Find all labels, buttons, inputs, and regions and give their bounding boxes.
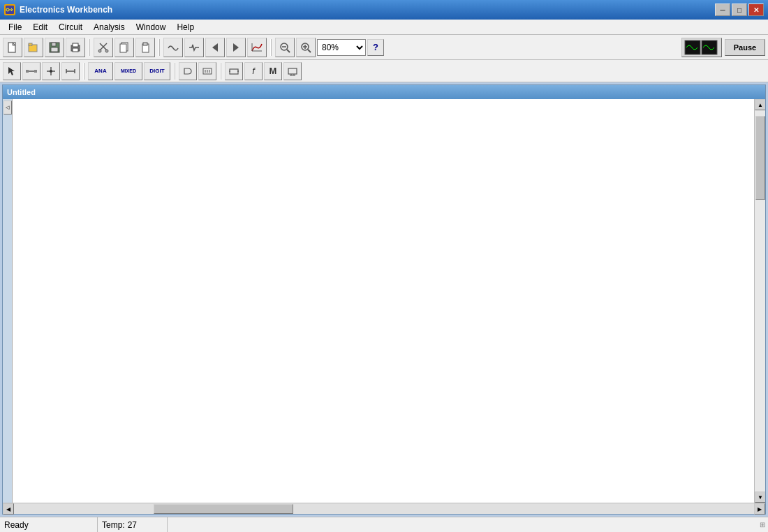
- svg-rect-33: [685, 40, 700, 54]
- toolbar2: ANA MIXED DIGIT f M: [0, 60, 768, 82]
- status-bar: Ready Temp: 27 ⊞: [0, 517, 768, 532]
- app-icon: [4, 4, 15, 15]
- left-strip-btn[interactable]: ◁: [3, 101, 12, 114]
- help-button[interactable]: ?: [367, 39, 384, 56]
- wire-tool[interactable]: [22, 62, 40, 80]
- vertical-scrollbar[interactable]: ▲ ▼: [754, 99, 765, 503]
- svg-rect-48: [230, 69, 238, 74]
- svg-rect-12: [73, 43, 78, 47]
- horizontal-scrollbar: ◀ ▶: [3, 503, 765, 514]
- title-bar-controls: ─ □ ✕: [715, 3, 764, 16]
- plot-button[interactable]: [247, 38, 267, 57]
- svg-point-40: [50, 70, 52, 73]
- temp-label: Temp:: [102, 520, 125, 530]
- title-bar: Electronics Workbench ─ □ ✕: [0, 0, 768, 20]
- scroll-left-arrow[interactable]: ◀: [3, 503, 14, 515]
- display-button[interactable]: [283, 62, 302, 80]
- menu-circuit[interactable]: Circuit: [53, 21, 88, 34]
- scroll-right-arrow[interactable]: ▶: [754, 503, 765, 515]
- node-tool[interactable]: [42, 62, 60, 80]
- separator-t2-2: [174, 63, 175, 80]
- scroll-down-arrow[interactable]: ▼: [755, 492, 765, 503]
- menu-window[interactable]: Window: [131, 21, 172, 34]
- svg-rect-36: [26, 70, 29, 73]
- pointer-tool[interactable]: [3, 62, 21, 80]
- separator3: [270, 39, 272, 56]
- main-area: Untitled ◁ ▲ ▼ ◀: [0, 82, 768, 517]
- label-tool[interactable]: [61, 62, 80, 80]
- svg-rect-19: [120, 44, 126, 52]
- svg-rect-13: [73, 48, 78, 52]
- pause-button[interactable]: Pause: [725, 39, 765, 56]
- circuit-canvas: [13, 99, 754, 503]
- status-temp: Temp: 27: [98, 517, 168, 532]
- copy-button[interactable]: [115, 38, 134, 57]
- digital-components[interactable]: DIGIT: [144, 62, 170, 80]
- horizontal-scroll-thumb[interactable]: [154, 504, 293, 514]
- svg-line-28: [287, 50, 290, 52]
- print-button[interactable]: [66, 38, 85, 57]
- toolbar1: 50% 60% 70% 80% 90% 100% 125% 150% 200% …: [0, 35, 768, 60]
- separator1: [89, 39, 90, 56]
- zoom-out-button[interactable]: [275, 38, 295, 57]
- vertical-scroll-thumb[interactable]: [755, 116, 765, 200]
- element-button[interactable]: [198, 62, 216, 80]
- analog-components[interactable]: ANA: [88, 62, 113, 80]
- temp-value: 27: [128, 520, 137, 530]
- close-button[interactable]: ✕: [748, 3, 764, 16]
- circuit-window: Untitled ◁ ▲ ▼ ◀: [2, 84, 766, 515]
- svg-rect-9: [52, 43, 56, 46]
- open-button[interactable]: [24, 38, 43, 57]
- mixed-components[interactable]: MIXED: [115, 62, 142, 80]
- separator-t2-3: [220, 63, 221, 80]
- svg-rect-51: [288, 68, 297, 74]
- svg-rect-34: [702, 40, 717, 54]
- left-component-strip: ◁: [3, 99, 13, 503]
- menu-analysis[interactable]: Analysis: [88, 21, 131, 34]
- circuit-title-bar: Untitled: [3, 85, 765, 99]
- restore-button[interactable]: □: [732, 3, 747, 16]
- svg-marker-22: [212, 43, 218, 52]
- status-ready: Ready: [0, 517, 98, 532]
- forward-button[interactable]: [226, 38, 246, 57]
- indicator-button[interactable]: [225, 62, 243, 80]
- scroll-up-arrow[interactable]: ▲: [755, 99, 765, 110]
- dc-analysis-button[interactable]: [184, 38, 204, 57]
- circuit-title: Untitled: [7, 88, 36, 96]
- minimize-button[interactable]: ─: [715, 3, 730, 16]
- svg-rect-37: [34, 70, 37, 73]
- menu-help[interactable]: Help: [171, 21, 200, 34]
- ready-text: Ready: [4, 520, 29, 530]
- save-button[interactable]: [45, 38, 64, 57]
- multimeter-button[interactable]: M: [264, 62, 282, 80]
- resize-grip[interactable]: ⊞: [757, 519, 768, 531]
- ac-analysis-button[interactable]: [163, 38, 183, 57]
- svg-line-32: [308, 50, 311, 52]
- separator-t2-1: [83, 63, 84, 80]
- svg-rect-7: [29, 43, 32, 45]
- menu-file[interactable]: File: [3, 21, 27, 34]
- svg-marker-23: [233, 43, 239, 52]
- title-bar-left: Electronics Workbench: [4, 4, 112, 15]
- gate-button[interactable]: [179, 62, 197, 80]
- cut-button[interactable]: [94, 38, 113, 57]
- menu-bar: File Edit Circuit Analysis Window Help: [0, 20, 768, 35]
- back-button[interactable]: [205, 38, 225, 57]
- window-title: Electronics Workbench: [20, 5, 112, 15]
- paste-button[interactable]: [135, 38, 155, 57]
- svg-rect-10: [51, 47, 58, 52]
- zoom-in-button[interactable]: [296, 38, 316, 57]
- svg-point-17: [105, 50, 108, 52]
- svg-rect-21: [143, 43, 147, 45]
- function-button[interactable]: f: [244, 62, 263, 80]
- oscilloscope-button[interactable]: [681, 38, 722, 57]
- menu-edit[interactable]: Edit: [27, 21, 53, 34]
- separator2: [158, 39, 160, 56]
- svg-point-16: [98, 50, 101, 52]
- zoom-select[interactable]: 50% 60% 70% 80% 90% 100% 125% 150% 200%: [317, 39, 366, 56]
- new-button[interactable]: [3, 38, 22, 57]
